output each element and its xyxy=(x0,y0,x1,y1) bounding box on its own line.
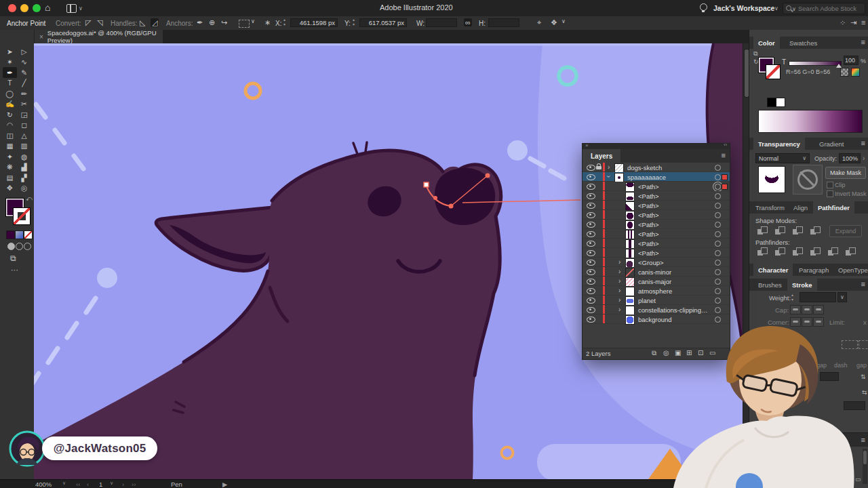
blend-tool-icon[interactable]: ◍ xyxy=(17,151,31,162)
distribute-icon[interactable]: ⇥ xyxy=(850,18,856,27)
layer-name[interactable]: atmosphere xyxy=(638,287,672,295)
convert-corner-icon[interactable]: ◸ xyxy=(85,18,91,27)
isolate-chevron-icon[interactable]: ∨ xyxy=(251,18,255,24)
trim-icon[interactable] xyxy=(775,247,787,257)
layer-name[interactable]: spaaaaaaace xyxy=(627,174,666,181)
workspace-switcher[interactable]: Jack's Workspace xyxy=(713,4,774,12)
column-graph-tool-icon[interactable]: ▟ xyxy=(17,162,31,173)
layer-thumbnail[interactable] xyxy=(625,239,635,249)
layer-thumbnail[interactable] xyxy=(625,201,635,211)
swatch-white[interactable] xyxy=(776,98,785,107)
layer-thumbnail[interactable] xyxy=(625,258,635,268)
spectrum-icon[interactable] xyxy=(851,68,860,77)
close-panel-icon[interactable]: × xyxy=(585,142,589,148)
home-icon[interactable]: ⌂ xyxy=(45,2,50,13)
layer-row-path[interactable]: <Path> xyxy=(583,210,730,220)
visibility-toggle-icon[interactable] xyxy=(587,305,595,314)
color-panel-menu-icon[interactable]: ≡ xyxy=(861,38,865,46)
visibility-toggle-icon[interactable] xyxy=(587,220,595,229)
x-stepper[interactable]: ▴▾ xyxy=(283,18,285,27)
swap-fill-stroke-icon[interactable]: ⤺ xyxy=(26,195,33,203)
target-circle[interactable] xyxy=(715,241,721,247)
tab-transparency[interactable]: Transparency xyxy=(753,138,805,150)
layer-row-path[interactable]: <Path> xyxy=(583,248,730,258)
layer-thumbnail[interactable] xyxy=(625,268,635,277)
make-mask-button[interactable]: Make Mask xyxy=(825,167,866,179)
paintbrush-tool-icon[interactable]: ✏ xyxy=(17,88,31,99)
tab-transform[interactable]: Transform xyxy=(751,201,789,214)
draw-inside-icon[interactable] xyxy=(24,243,31,250)
visibility-toggle-icon[interactable] xyxy=(587,296,595,305)
layer-row-path[interactable]: <Path> xyxy=(583,201,730,210)
shape-builder-tool-icon[interactable]: ◫ xyxy=(3,130,17,141)
layer-name[interactable]: <Group> xyxy=(638,259,664,266)
x-value-field[interactable]: 461.1598 px xyxy=(290,18,338,27)
pencil-tool-icon[interactable]: ✍ xyxy=(3,99,17,110)
layer-thumbnail[interactable] xyxy=(625,192,635,201)
layer-row-path[interactable]: <Path> xyxy=(583,239,730,248)
tab-brushes[interactable]: Brushes xyxy=(753,279,787,291)
minus-front-icon[interactable] xyxy=(775,226,787,236)
stroke-panel-menu-icon[interactable]: ≡ xyxy=(861,280,865,288)
tab-swatches[interactable]: Swatches xyxy=(785,37,822,49)
isolate-selection-icon[interactable] xyxy=(239,20,250,28)
target-circle[interactable] xyxy=(715,184,721,190)
layer-name[interactable]: <Path> xyxy=(638,230,659,238)
slice-tool-icon[interactable]: ▞ xyxy=(17,172,31,183)
ellipse-tool-icon[interactable]: ◯ xyxy=(3,88,17,99)
remove-anchor-icon[interactable]: ✒ xyxy=(197,18,203,27)
y-value-field[interactable]: 617.0537 px xyxy=(359,18,407,27)
weight-field[interactable] xyxy=(800,292,836,302)
visibility-toggle-icon[interactable] xyxy=(587,229,595,239)
workspace-chevron-icon[interactable]: ∨ xyxy=(774,5,778,12)
merge-icon[interactable] xyxy=(793,247,804,257)
visibility-toggle-icon[interactable] xyxy=(587,210,595,220)
invert-mask-checkbox[interactable] xyxy=(827,190,833,197)
free-transform-tool-icon[interactable]: ◻ xyxy=(17,120,31,131)
intersect-icon[interactable] xyxy=(793,226,804,236)
layer-row-spaaaaaaace[interactable]: ›spaaaaaaace xyxy=(583,172,730,182)
layer-row-path[interactable]: <Path> xyxy=(583,191,730,201)
layer-thumbnail[interactable] xyxy=(625,315,635,325)
collect-for-export-icon[interactable]: ⧉ xyxy=(652,349,656,357)
eyedropper-tool-icon[interactable]: ✦ xyxy=(3,151,17,162)
tab-pathfinder[interactable]: Pathfinder xyxy=(813,201,854,214)
edit-toolbar-icon[interactable]: ⋯ xyxy=(11,266,19,274)
minus-back-icon[interactable] xyxy=(846,247,857,257)
close-document-icon[interactable]: × xyxy=(39,33,43,41)
prev-artboard-icon[interactable]: ‹ xyxy=(87,481,89,488)
exclude-icon[interactable] xyxy=(810,226,822,236)
target-circle[interactable] xyxy=(715,174,721,180)
layer-name[interactable]: <Path> xyxy=(638,221,659,228)
visibility-toggle-icon[interactable] xyxy=(587,314,595,324)
layer-name[interactable]: <Path> xyxy=(638,183,659,190)
expand-arrow-icon[interactable]: › xyxy=(618,258,620,266)
layer-row-canis-major[interactable]: ›canis-major xyxy=(583,277,730,286)
blend-mode-select[interactable]: Normal∨ xyxy=(755,153,810,163)
visibility-toggle-icon[interactable] xyxy=(587,239,595,248)
layer-thumbnail[interactable] xyxy=(625,211,635,220)
selection-tool-icon[interactable]: ➤ xyxy=(3,46,17,57)
visibility-toggle-icon[interactable] xyxy=(587,163,595,172)
mask-slot[interactable] xyxy=(793,165,823,195)
visibility-toggle-icon[interactable] xyxy=(587,182,595,191)
weight-stepper[interactable]: ▴▾ xyxy=(791,293,793,302)
layer-name[interactable]: <Path> xyxy=(638,211,659,219)
layer-thumbnail[interactable] xyxy=(614,163,624,173)
artboard-tool-icon[interactable]: ▤ xyxy=(3,172,17,183)
expand-button[interactable]: Expand xyxy=(829,225,862,237)
layer-thumbnail[interactable] xyxy=(625,296,635,306)
lasso-tool-icon[interactable]: ∿ xyxy=(17,57,31,68)
expand-arrow-icon[interactable]: › xyxy=(618,277,620,285)
symbol-sprayer-tool-icon[interactable]: ❋ xyxy=(3,162,17,173)
connect-anchor-icon[interactable]: ⊕ xyxy=(209,18,215,27)
reference-point-icon[interactable]: ∗ xyxy=(264,18,271,27)
perspective-grid-tool-icon[interactable]: △ xyxy=(17,130,31,141)
layer-row-path[interactable]: <Path> xyxy=(583,182,730,191)
line-segment-tool-icon[interactable]: ╱ xyxy=(17,78,31,89)
draw-normal-icon[interactable] xyxy=(7,243,15,250)
lightbulb-icon[interactable] xyxy=(700,3,707,11)
opacity-expand-icon[interactable]: › xyxy=(863,155,865,162)
tint-slider[interactable] xyxy=(789,61,842,66)
layer-thumbnail[interactable] xyxy=(625,287,635,296)
